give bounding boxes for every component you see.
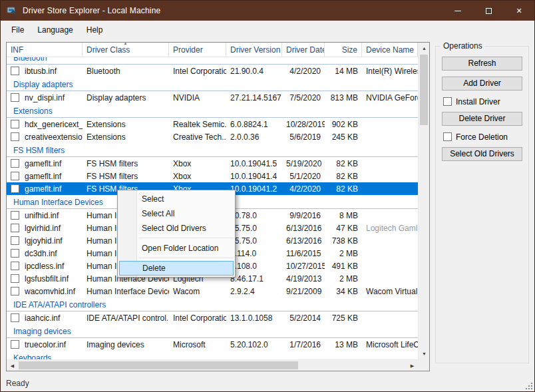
cell-driver-class: FS HSM filters bbox=[83, 159, 169, 168]
row-checkbox[interactable] bbox=[11, 313, 19, 322]
install-driver-checkbox[interactable]: Install Driver bbox=[443, 97, 522, 106]
context-menu-item-delete[interactable]: Delete bbox=[119, 261, 234, 276]
cell-device-name: Logitech Gaming bbox=[362, 224, 418, 233]
row-checkbox[interactable] bbox=[11, 67, 19, 75]
inf-name: gameflt.inf bbox=[25, 172, 61, 181]
group-title: Human Interface Devices bbox=[13, 198, 103, 207]
close-button[interactable]: ✕ bbox=[504, 1, 534, 21]
row-checkbox[interactable] bbox=[11, 93, 19, 102]
group-title: Imaging devices bbox=[13, 327, 71, 336]
resize-grip[interactable] bbox=[524, 381, 533, 390]
column-header-driver-date[interactable]: Driver Date bbox=[282, 43, 325, 57]
cell-provider: Realtek Semic... bbox=[169, 120, 226, 129]
cell-size: 34 KB bbox=[325, 287, 362, 296]
inf-cell: lgvirhid.inf bbox=[7, 224, 83, 233]
row-checkbox[interactable] bbox=[11, 132, 19, 141]
row-checkbox[interactable] bbox=[11, 120, 19, 128]
inf-cell: gameflt.inf bbox=[7, 172, 83, 181]
row-checkbox[interactable] bbox=[11, 340, 19, 349]
maximize-icon bbox=[486, 8, 492, 14]
cell-driver-date: 4/19/2013 bbox=[282, 274, 325, 284]
group-header-display-adapters: Display adapters bbox=[7, 77, 418, 91]
row-checkbox[interactable] bbox=[11, 262, 19, 270]
row-checkbox[interactable] bbox=[11, 224, 19, 232]
cell-driver-date: 5/1/2020 bbox=[282, 172, 325, 181]
column-header-provider[interactable]: Provider bbox=[169, 43, 226, 57]
vertical-scrollbar[interactable]: ▲ ▼ bbox=[418, 43, 429, 359]
inf-cell: gameflt.inf bbox=[7, 159, 83, 168]
cell-size: 902 KB bbox=[325, 120, 362, 129]
cell-provider: Intel Corporation bbox=[169, 67, 226, 76]
row-checkbox[interactable] bbox=[11, 236, 19, 245]
inf-cell: ibtusb.inf bbox=[7, 67, 83, 76]
cell-provider: Wacom bbox=[169, 287, 226, 296]
vertical-scroll-thumb[interactable] bbox=[420, 55, 428, 125]
inf-name: creativeextensio... bbox=[25, 132, 83, 142]
driver-row[interactable]: truecolor.infImaging devicesMicrosoft5.2… bbox=[7, 338, 418, 351]
row-checkbox[interactable] bbox=[11, 274, 19, 283]
scroll-right-icon[interactable]: ▶ bbox=[407, 360, 418, 371]
column-header-device-name[interactable]: Device Name bbox=[362, 43, 418, 57]
close-icon: ✕ bbox=[516, 7, 522, 15]
table-header: INFDriver Class▲ProviderDriver VersionDr… bbox=[7, 43, 418, 57]
cell-driver-date: 4/2/2020 bbox=[282, 184, 325, 194]
context-menu-item-open-folder-location[interactable]: Open Folder Location bbox=[118, 241, 235, 256]
cell-size: 8 MB bbox=[325, 211, 362, 220]
cell-driver-date: 6/13/2016 bbox=[282, 224, 325, 233]
menu-help[interactable]: Help bbox=[80, 22, 110, 38]
driver-row[interactable]: nv_dispi.infDisplay adaptersNVIDIA27.21.… bbox=[7, 91, 418, 104]
add-driver-button[interactable]: Add Driver bbox=[442, 77, 522, 91]
inf-name: lgsfusbfilt.inf bbox=[25, 274, 69, 284]
row-checkbox[interactable] bbox=[11, 287, 19, 295]
cell-driver-date: 10/27/2015 bbox=[282, 262, 325, 271]
inf-cell: gameflt.inf bbox=[7, 184, 83, 194]
inf-cell: hdx_genericext_... bbox=[7, 120, 83, 129]
column-header-label: Size bbox=[342, 45, 357, 55]
driver-row[interactable]: ibtusb.infBluetoothIntel Corporation21.9… bbox=[7, 65, 418, 77]
scroll-up-icon[interactable]: ▲ bbox=[419, 43, 430, 54]
column-header-inf[interactable]: INF bbox=[7, 43, 83, 57]
column-header-size[interactable]: Size bbox=[325, 43, 362, 57]
row-checkbox[interactable] bbox=[11, 184, 19, 193]
cell-provider: Microsoft bbox=[169, 340, 226, 349]
cell-driver-date: 10/28/2019 bbox=[282, 120, 325, 129]
row-checkbox[interactable] bbox=[11, 211, 19, 220]
menu-separator bbox=[118, 236, 235, 241]
context-menu-item-select-all[interactable]: Select All bbox=[118, 206, 235, 221]
group-header-bluetooth: Bluetooth bbox=[7, 57, 418, 65]
column-header-driver-version[interactable]: Driver Version bbox=[226, 43, 282, 57]
menu-file[interactable]: File bbox=[5, 22, 31, 38]
context-menu-item-select[interactable]: Select bbox=[118, 192, 235, 206]
driver-row[interactable]: wacomvhid.infHuman Interface DevicesWaco… bbox=[7, 285, 418, 297]
app-window: Driver Store Explorer - Local Machine ✕ … bbox=[0, 0, 535, 392]
driver-row[interactable]: gameflt.infFS HSM filtersXbox10.0.19041.… bbox=[7, 170, 418, 182]
inf-cell: wacomvhid.inf bbox=[7, 287, 83, 296]
delete-driver-button[interactable]: Delete Driver bbox=[442, 112, 522, 126]
horizontal-scroll-thumb[interactable] bbox=[19, 361, 298, 369]
row-checkbox[interactable] bbox=[11, 172, 19, 180]
cell-driver-version: 2.0.0.36 bbox=[226, 132, 282, 142]
menu-language[interactable]: Language bbox=[31, 22, 79, 38]
scroll-down-icon[interactable]: ▼ bbox=[419, 348, 430, 359]
driver-row[interactable]: hdx_genericext_...ExtensionsRealtek Semi… bbox=[7, 118, 418, 130]
column-header-label: Driver Date bbox=[286, 45, 325, 55]
minimize-button[interactable] bbox=[443, 1, 473, 21]
cell-driver-class: Extensions bbox=[83, 132, 169, 142]
row-checkbox[interactable] bbox=[11, 249, 19, 258]
select-old-drivers-button[interactable]: Select Old Drivers bbox=[442, 147, 522, 161]
force-deletion-checkbox[interactable]: Force Deletion bbox=[443, 132, 522, 142]
row-checkbox[interactable] bbox=[11, 159, 19, 168]
minimize-icon bbox=[454, 11, 461, 11]
cell-driver-date: 9/9/2016 bbox=[282, 211, 325, 220]
refresh-button[interactable]: Refresh bbox=[442, 57, 522, 71]
maximize-button[interactable] bbox=[473, 1, 504, 21]
column-header-driver-class[interactable]: Driver Class▲ bbox=[83, 43, 169, 57]
scroll-left-icon[interactable]: ◀ bbox=[7, 360, 18, 371]
driver-row[interactable]: iaahcic.infIDE ATA/ATAPI control...Intel… bbox=[7, 311, 418, 324]
cell-driver-date: 4/2/2020 bbox=[282, 67, 325, 76]
context-menu-item-select-old-drivers[interactable]: Select Old Drivers bbox=[118, 221, 235, 236]
driver-row[interactable]: creativeextensio...ExtensionsCreative Te… bbox=[7, 130, 418, 143]
driver-row[interactable]: gameflt.infFS HSM filtersXbox10.0.19041.… bbox=[7, 157, 418, 170]
horizontal-scrollbar[interactable]: ◀ ▶ bbox=[7, 359, 418, 371]
cell-driver-date: 5/2/2014 bbox=[282, 313, 325, 323]
